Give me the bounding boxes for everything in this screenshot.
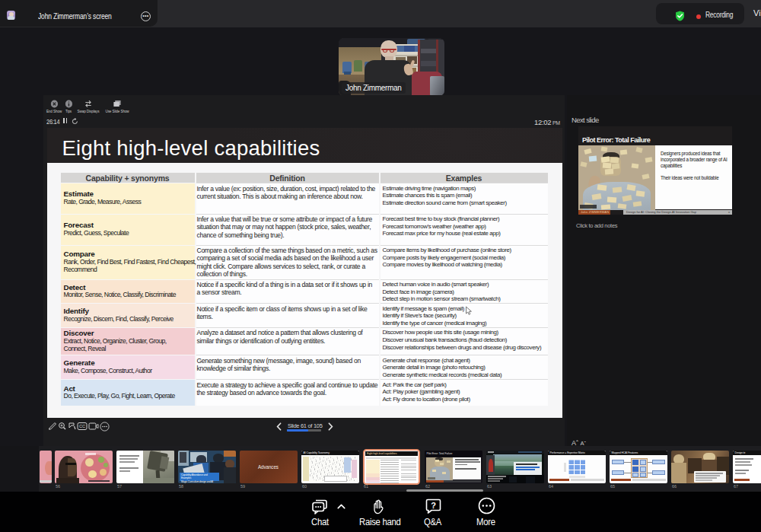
svg-text:CC: CC bbox=[79, 424, 85, 428]
svg-text:?: ? bbox=[431, 501, 436, 510]
